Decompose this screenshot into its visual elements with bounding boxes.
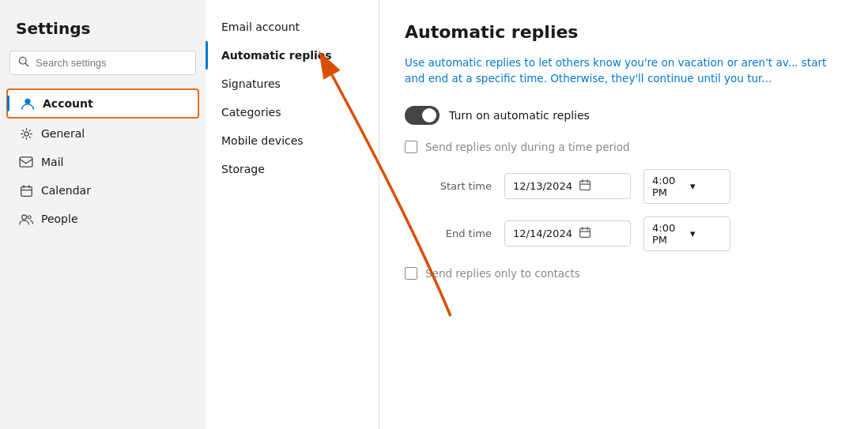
svg-line-1 (25, 63, 28, 66)
svg-point-3 (24, 131, 28, 135)
end-date-input[interactable]: 12/14/2024 (504, 220, 631, 246)
person-icon (21, 96, 35, 111)
contacts-checkbox[interactable] (405, 267, 417, 280)
svg-rect-4 (20, 157, 32, 167)
chevron-down-icon: ▾ (690, 180, 722, 192)
middle-item-signatures-label: Signatures (221, 77, 281, 90)
svg-rect-10 (580, 228, 591, 237)
sidebar: Settings Account General (0, 0, 206, 429)
svg-point-6 (22, 215, 27, 220)
svg-rect-5 (21, 186, 32, 196)
contacts-checkbox-row: Send replies only to contacts (405, 267, 843, 280)
gear-icon (19, 126, 33, 141)
start-time-value: 4:00 PM (652, 175, 684, 198)
middle-item-mobile-devices[interactable]: Mobile devices (206, 126, 379, 155)
end-time-value: 4:00 PM (652, 222, 684, 246)
svg-point-2 (25, 99, 30, 104)
calendar-icon (19, 183, 33, 198)
description-text: Use automatic replies to let others know… (405, 55, 843, 87)
start-date-input[interactable]: 12/13/2024 (504, 173, 631, 199)
middle-item-email-account-label: Email account (221, 21, 300, 33)
page-title: Automatic replies (405, 22, 843, 42)
chevron-down-icon-end: ▾ (690, 228, 722, 239)
mail-icon (19, 155, 33, 169)
toggle-label: Turn on automatic replies (449, 109, 590, 122)
svg-point-7 (28, 216, 31, 219)
calendar-icon-end (579, 226, 622, 241)
sidebar-item-mail-label: Mail (41, 156, 63, 168)
sidebar-item-calendar-label: Calendar (41, 184, 91, 197)
middle-item-storage-label: Storage (221, 163, 265, 175)
start-time-select[interactable]: 4:00 PM ▾ (643, 169, 730, 204)
sidebar-item-calendar[interactable]: Calendar (6, 177, 199, 204)
calendar-icon-start (579, 179, 622, 194)
sidebar-item-account-label: Account (43, 97, 93, 110)
sidebar-item-people-label: People (41, 213, 78, 225)
end-time-label: End time (436, 228, 492, 239)
middle-item-mobile-devices-label: Mobile devices (221, 134, 304, 147)
start-time-label: Start time (436, 180, 492, 192)
time-period-checkbox-row: Send replies only during a time period (405, 141, 843, 153)
start-time-row: Start time 12/13/2024 4:00 PM ▾ (405, 169, 843, 204)
toggle-row: Turn on automatic replies (405, 106, 843, 125)
contacts-checkbox-label: Send replies only to contacts (425, 267, 580, 280)
sidebar-item-general-label: General (41, 127, 85, 140)
middle-item-automatic-replies-label: Automatic replies (221, 49, 332, 62)
middle-panel: Email account Automatic replies Signatur… (206, 0, 379, 429)
middle-item-storage[interactable]: Storage (206, 155, 379, 183)
sidebar-item-general[interactable]: General (6, 120, 199, 147)
middle-item-categories[interactable]: Categories (206, 98, 379, 126)
search-input[interactable] (36, 57, 187, 69)
end-date-value: 12/14/2024 (513, 228, 572, 239)
middle-item-categories-label: Categories (221, 106, 281, 119)
middle-item-automatic-replies[interactable]: Automatic replies (206, 41, 379, 70)
middle-item-email-account[interactable]: Email account (206, 13, 379, 41)
time-period-checkbox[interactable] (405, 141, 417, 153)
main-content: Automatic replies Use automatic replies … (379, 0, 868, 429)
sidebar-title: Settings (0, 13, 206, 51)
start-date-value: 12/13/2024 (513, 180, 572, 192)
svg-rect-9 (580, 181, 591, 190)
end-time-row: End time 12/14/2024 4:00 PM ▾ (405, 216, 843, 251)
time-period-checkbox-label: Send replies only during a time period (425, 141, 630, 153)
sidebar-item-mail[interactable]: Mail (6, 149, 199, 175)
search-icon (18, 56, 29, 70)
automatic-replies-toggle[interactable] (405, 106, 440, 125)
search-box[interactable] (9, 51, 196, 75)
middle-item-signatures[interactable]: Signatures (206, 70, 379, 98)
end-time-select[interactable]: 4:00 PM ▾ (643, 216, 730, 251)
sidebar-item-account[interactable]: Account (6, 88, 199, 119)
people-icon (19, 212, 33, 226)
sidebar-item-people[interactable]: People (6, 205, 199, 232)
